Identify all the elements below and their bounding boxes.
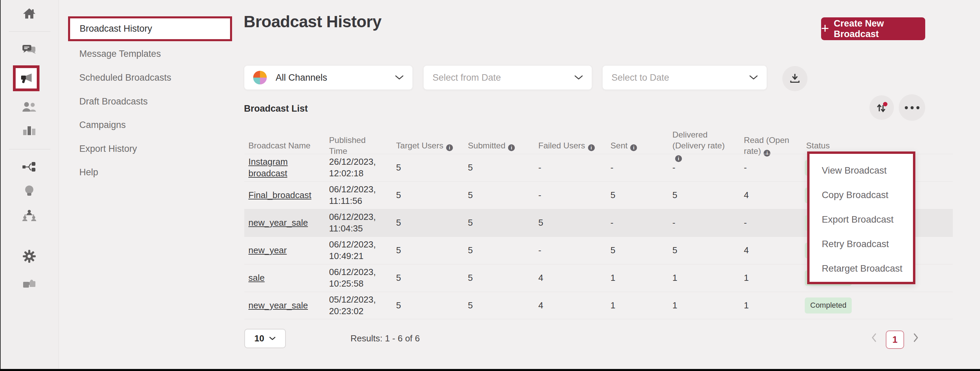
table-header-row: Broadcast Name Published Time Target Use…: [244, 129, 953, 154]
delivered-cell: 1: [668, 300, 740, 311]
column-header-target-users: Target Usersi: [392, 140, 464, 151]
broadcast-name-link[interactable]: Instagram broadcast: [244, 156, 325, 179]
menu-item-export-broadcast[interactable]: Export Broadcast: [810, 207, 913, 232]
menu-item-retry-broadcast[interactable]: Retry Broadcast: [810, 232, 913, 256]
org-chart-icon: [22, 210, 37, 222]
channel-filter-select[interactable]: All Channels: [244, 66, 412, 89]
chevron-right-icon: [913, 333, 919, 342]
channel-filter-value: All Channels: [275, 73, 327, 83]
broadcast-name-link[interactable]: new_year_sale: [244, 300, 325, 311]
home-icon: [23, 8, 36, 19]
read-cell: 1: [740, 272, 802, 284]
broadcast-name-link[interactable]: new_year_sale: [244, 217, 325, 229]
ellipsis-icon: [905, 106, 920, 109]
failed-users-cell: -: [534, 162, 606, 174]
published-time-cell: 26/12/2023, 12:02:18: [325, 156, 392, 179]
broadcast-history-page: Broadcast History Message Templates Sche…: [0, 0, 980, 371]
target-users-cell: 5: [392, 162, 464, 174]
column-header-sent: Senti: [606, 140, 668, 151]
sidebar-item-campaigns[interactable]: Campaigns: [79, 119, 126, 131]
results-count: Results: 1 - 6 of 6: [350, 333, 420, 344]
target-users-cell: 5: [392, 217, 464, 229]
target-users-cell: 5: [392, 300, 464, 311]
sidebar-item-integrations[interactable]: [22, 279, 36, 290]
sidebar-item-organization[interactable]: [22, 210, 37, 222]
broadcast-name-link[interactable]: new_year: [244, 245, 325, 256]
info-icon[interactable]: i: [630, 144, 637, 151]
icon-rail: [0, 0, 59, 371]
from-date-select[interactable]: Select from Date: [424, 66, 592, 89]
broadcast-name-link[interactable]: sale: [244, 272, 325, 284]
section-title: Broadcast List: [244, 103, 308, 114]
from-date-placeholder: Select from Date: [433, 73, 501, 83]
create-new-broadcast-label: Create New Broadcast: [834, 18, 925, 40]
more-options-button[interactable]: [899, 94, 925, 121]
page-size-select[interactable]: 10: [244, 329, 286, 348]
chevron-down-icon: [395, 75, 404, 80]
screenshot-bottom-edge: [0, 369, 980, 371]
page-title: Broadcast History: [243, 12, 382, 31]
sidebar-item-insights[interactable]: [24, 185, 34, 197]
gear-icon: [22, 250, 36, 263]
delivered-cell: 5: [668, 245, 740, 256]
read-cell: 4: [740, 189, 802, 201]
column-header-submitted: Submittedi: [464, 140, 534, 151]
bar-chart-icon: [23, 125, 36, 135]
sidebar-item-workflows[interactable]: [22, 161, 37, 172]
published-time-cell: 06/12/2023, 11:04:35: [325, 211, 392, 234]
sidebar-item-reports[interactable]: [23, 125, 36, 135]
sidebar-item-message-templates[interactable]: Message Templates: [79, 48, 161, 60]
failed-users-cell: 4: [534, 272, 606, 284]
sidebar-item-inbox[interactable]: [22, 45, 37, 56]
read-cell: 4: [740, 245, 802, 256]
next-page-button[interactable]: [913, 333, 919, 342]
read-cell: -: [740, 162, 802, 174]
screenshot-left-edge: [0, 0, 1, 371]
sidebar-item-draft-broadcasts[interactable]: Draft Broadcasts: [79, 96, 148, 107]
submitted-cell: 5: [464, 300, 534, 311]
chat-icon: [22, 45, 37, 56]
plus-icon: +: [821, 21, 829, 35]
delivered-cell: 5: [668, 189, 740, 201]
sidebar-item-help[interactable]: Help: [79, 166, 98, 178]
rail-divider: [9, 149, 50, 150]
sidebar-item-contacts[interactable]: [22, 102, 37, 112]
sidebar-item-settings[interactable]: [22, 250, 36, 263]
submitted-cell: 5: [464, 189, 534, 201]
read-cell: -: [740, 217, 802, 229]
column-header-published-time: Published Time: [325, 135, 392, 156]
sidebar-item-broadcast-history[interactable]: Broadcast History: [80, 24, 152, 34]
to-date-select[interactable]: Select to Date: [603, 66, 767, 89]
sidebar-item-home[interactable]: [23, 8, 36, 19]
chevron-down-icon: [574, 75, 583, 80]
column-header-failed-users: Failed Usersi: [534, 140, 606, 151]
info-icon[interactable]: i: [508, 144, 515, 151]
sent-cell: 1: [606, 300, 668, 311]
people-icon: [22, 102, 37, 112]
broadcast-name-link[interactable]: Final_broadcast: [244, 189, 325, 201]
info-icon[interactable]: i: [588, 144, 595, 151]
previous-page-button[interactable]: [871, 333, 877, 342]
delivered-cell: -: [668, 162, 740, 174]
export-download-button[interactable]: [782, 66, 808, 91]
annotation-box-broadcast-history: Broadcast History: [68, 16, 232, 41]
menu-item-copy-broadcast[interactable]: Copy Broadcast: [810, 183, 913, 207]
download-icon: [789, 73, 801, 85]
sidebar-item-export-history[interactable]: Export History: [79, 143, 137, 154]
annotation-box-megaphone: [13, 65, 40, 91]
failed-users-cell: -: [534, 189, 606, 201]
menu-item-retarget-broadcast[interactable]: Retarget Broadcast: [810, 256, 913, 281]
sidebar-item-scheduled-broadcasts[interactable]: Scheduled Broadcasts: [79, 72, 171, 83]
workflow-icon: [22, 161, 37, 172]
create-new-broadcast-button[interactable]: + Create New Broadcast: [821, 18, 925, 40]
menu-item-view-broadcast[interactable]: View Broadcast: [810, 158, 913, 183]
info-icon[interactable]: i: [446, 144, 453, 151]
target-users-cell: 5: [392, 245, 464, 256]
rail-divider: [9, 31, 50, 32]
sidebar-item-broadcasts[interactable]: [19, 73, 33, 84]
chevron-left-icon: [871, 333, 877, 342]
sort-button[interactable]: [869, 95, 894, 120]
current-page-button[interactable]: 1: [886, 331, 904, 349]
column-header-broadcast-name: Broadcast Name: [244, 140, 325, 151]
target-users-cell: 5: [392, 189, 464, 201]
